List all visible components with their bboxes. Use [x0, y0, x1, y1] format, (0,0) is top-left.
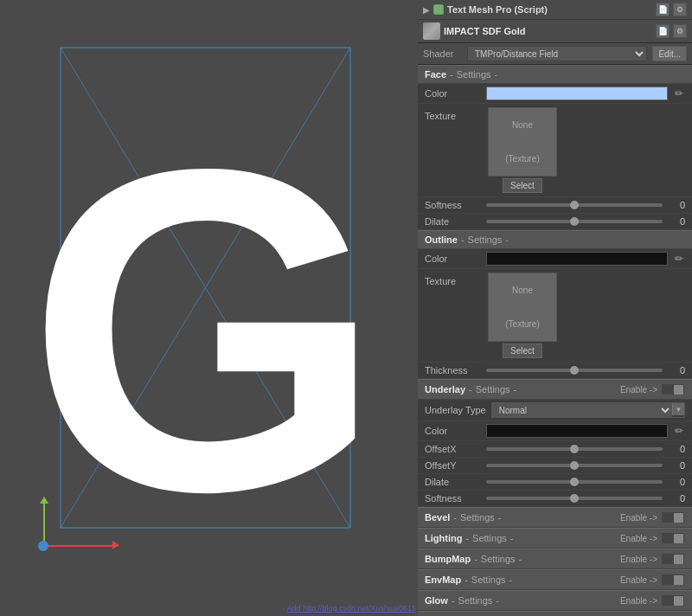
- shader-row: Shader TMPro/Distance Field Edit...: [418, 43, 692, 65]
- outline-color-swatch[interactable]: [486, 252, 668, 266]
- outline-settings-label: Settings: [468, 234, 503, 245]
- face-texture-type: (Texture): [505, 154, 539, 164]
- outline-thickness-label: Thickness: [425, 365, 481, 375]
- face-softness-value: 0: [668, 200, 685, 210]
- underlay-toggle[interactable]: [661, 383, 685, 395]
- bevel-section-header[interactable]: Bevel - Settings - Enable ->: [418, 507, 692, 528]
- face-dash: -: [450, 69, 453, 80]
- bevel-toggle[interactable]: [661, 511, 685, 523]
- underlay-softness-row: Softness 0: [418, 491, 692, 507]
- axis-origin: [38, 541, 48, 551]
- shader-dropdown[interactable]: TMPro/Distance Field: [467, 46, 647, 61]
- face-texture-preview[interactable]: None (Texture): [488, 107, 557, 176]
- face-dilate-slider[interactable]: [486, 220, 663, 223]
- font-gear-icon[interactable]: ⚙: [673, 24, 687, 38]
- face-texture-select-button[interactable]: Select: [503, 178, 542, 193]
- bumpmap-settings-label: Settings: [481, 554, 516, 564]
- bevel-settings-label: Settings: [460, 512, 495, 523]
- underlay-type-dropdown-container[interactable]: Normal ▼: [491, 402, 685, 418]
- outline-thickness-slider[interactable]: [486, 369, 663, 372]
- face-dilate-row: Dilate 0: [418, 214, 692, 230]
- bumpmap-section-header[interactable]: BumpMap - Settings - Enable ->: [418, 549, 692, 569]
- underlay-offsetx-slider[interactable]: [486, 447, 663, 451]
- face-section-header[interactable]: Face - Settings -: [418, 65, 692, 84]
- face-softness-label: Softness: [425, 200, 481, 210]
- underlay-dilate-slider-container[interactable]: [486, 480, 663, 484]
- face-title: Face: [425, 69, 446, 80]
- x-axis-arrow: [112, 541, 119, 549]
- script-book-icon[interactable]: 📄: [656, 3, 670, 16]
- bumpmap-title: BumpMap: [425, 554, 471, 564]
- outline-thickness-value: 0: [668, 365, 685, 375]
- right-panel: ▶ Text Mesh Pro (Script) 📄 ⚙ IMPACT SDF …: [418, 0, 692, 616]
- outline-title: Outline: [425, 234, 458, 245]
- underlay-offsetx-slider-container[interactable]: [486, 447, 663, 451]
- underlay-offsetx-row: OffsetX 0: [418, 441, 692, 458]
- lighting-enable-label: Enable ->: [620, 534, 657, 543]
- expand-icon[interactable]: ▶: [423, 5, 430, 15]
- lighting-settings-label: Settings: [472, 533, 507, 543]
- outline-texture-type: (Texture): [505, 319, 539, 329]
- outline-texture-preview[interactable]: None (Texture): [488, 273, 557, 342]
- outline-color-edit-button[interactable]: ✏: [673, 253, 685, 265]
- envmap-toggle[interactable]: [661, 574, 685, 586]
- face-dilate-label: Dilate: [425, 216, 481, 227]
- outline-color-label: Color: [425, 253, 481, 264]
- underlay-offsetx-value: 0: [668, 444, 685, 454]
- envmap-title: EnvMap: [425, 574, 461, 585]
- underlay-settings-label: Settings: [476, 384, 510, 395]
- script-gear-icon[interactable]: ⚙: [673, 3, 687, 16]
- underlay-offsety-value: 0: [668, 460, 685, 471]
- underlay-dilate-slider[interactable]: [486, 480, 663, 484]
- underlay-offsety-slider[interactable]: [486, 464, 663, 467]
- underlay-dilate-value: 0: [668, 477, 685, 487]
- face-softness-slider-container[interactable]: [486, 203, 663, 207]
- lighting-toggle[interactable]: [661, 532, 685, 544]
- outline-section-header[interactable]: Outline - Settings -: [418, 230, 692, 249]
- face-texture-label: Texture: [425, 107, 481, 121]
- underlay-color-label: Color: [425, 426, 481, 436]
- bumpmap-enable-label: Enable ->: [620, 555, 657, 564]
- envmap-section-header[interactable]: EnvMap - Settings - Enable ->: [418, 569, 692, 590]
- underlay-dilate-label: Dilate: [425, 477, 481, 487]
- underlay-color-row: Color ✏: [418, 421, 692, 441]
- y-axis-arrow: [40, 497, 48, 504]
- underlay-softness-slider-container[interactable]: [486, 497, 663, 500]
- face-color-edit-button[interactable]: ✏: [673, 87, 685, 99]
- face-texture-row: Texture None (Texture) Select: [418, 104, 692, 197]
- glow-section-header[interactable]: Glow - Settings - Enable ->: [418, 590, 692, 611]
- underlay-type-dropdown[interactable]: Normal: [492, 403, 672, 417]
- face-settings-label: Settings: [457, 69, 491, 80]
- underlay-color-edit-button[interactable]: ✏: [673, 425, 685, 437]
- face-color-swatch[interactable]: [486, 87, 668, 100]
- underlay-offsetx-label: OffsetX: [425, 444, 481, 454]
- face-softness-slider[interactable]: [486, 203, 663, 207]
- underlay-softness-slider[interactable]: [486, 497, 663, 500]
- bumpmap-toggle[interactable]: [661, 553, 685, 565]
- underlay-offsety-label: OffsetY: [425, 460, 481, 471]
- svg-text:G: G: [27, 74, 383, 586]
- outline-thickness-slider-container[interactable]: [486, 369, 663, 372]
- underlay-dilate-row: Dilate 0: [418, 474, 692, 491]
- underlay-type-arrow-icon: ▼: [672, 403, 684, 415]
- underlay-section-header[interactable]: Underlay - Settings - Enable ->: [418, 379, 692, 400]
- debug-section-header[interactable]: Debug - Settings -: [418, 611, 692, 616]
- bevel-enable-label: Enable ->: [620, 513, 657, 523]
- svg-line-1: [61, 48, 350, 528]
- glow-toggle[interactable]: [661, 594, 685, 606]
- lighting-section-header[interactable]: Lighting - Settings - Enable ->: [418, 528, 692, 549]
- checkbox[interactable]: [433, 4, 444, 15]
- outline-texture-select-button[interactable]: Select: [503, 343, 542, 358]
- underlay-offsety-slider-container[interactable]: [486, 464, 663, 467]
- font-icon: [423, 22, 440, 40]
- face-dilate-slider-container[interactable]: [486, 220, 663, 223]
- shader-edit-button[interactable]: Edit...: [652, 46, 687, 61]
- outline-texture-none: None: [512, 286, 533, 295]
- underlay-type-label: Underlay Type: [425, 405, 486, 415]
- outline-color-row: Color ✏: [418, 249, 692, 269]
- font-header: IMPACT SDF Gold 📄 ⚙: [418, 20, 692, 43]
- font-book-icon[interactable]: 📄: [656, 24, 670, 38]
- face-color-label: Color: [425, 88, 481, 99]
- underlay-color-swatch[interactable]: [486, 424, 668, 438]
- bevel-title: Bevel: [425, 512, 450, 523]
